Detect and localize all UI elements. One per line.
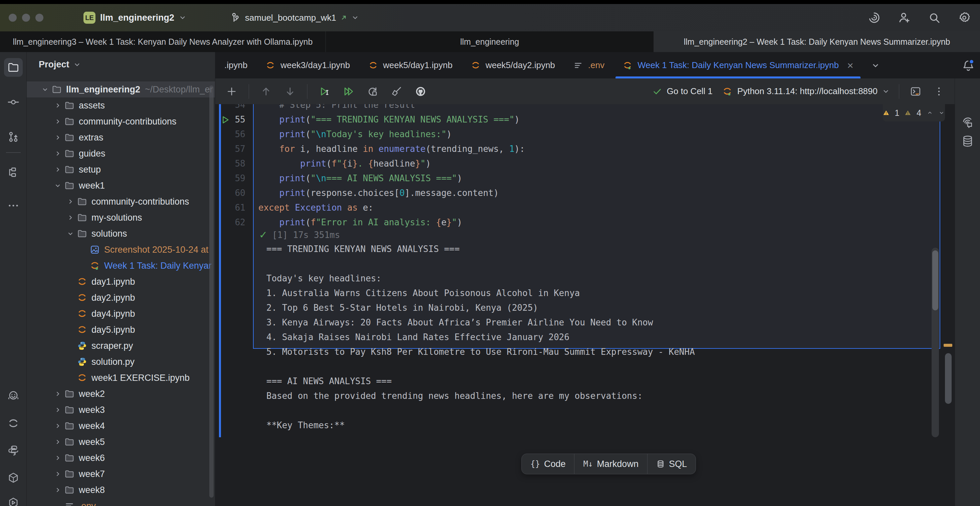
project-panel-header[interactable]: Project — [39, 59, 81, 70]
chevron-down-icon[interactable] — [64, 230, 77, 238]
chevron-down-icon[interactable] — [39, 86, 51, 94]
add-markdown-cell-button[interactable]: M↓Markdown — [574, 454, 647, 474]
editor-tab[interactable]: .ipynb — [215, 52, 256, 78]
run-all-cells-button[interactable] — [342, 84, 355, 99]
chevron-down-icon[interactable] — [51, 181, 64, 189]
tree-item-my-solutions[interactable]: my-solutions — [27, 210, 215, 226]
tree-item-day1-ipynb[interactable]: day1.ipynb — [27, 274, 215, 290]
editor-tab[interactable]: week5/day2.ipynb — [461, 52, 564, 78]
tree-item-week7[interactable]: week7 — [27, 466, 215, 482]
tree-item-week-1-task-daily-kenyar[interactable]: Week 1 Task: Daily Kenyar — [27, 258, 215, 274]
tree-item-community-contributions[interactable]: community-contributions — [27, 113, 215, 129]
tree-item-week3[interactable]: week3 — [27, 402, 215, 418]
tree-item-scraper-py[interactable]: scraper.py — [27, 338, 215, 354]
tree-item-community-contributions[interactable]: community-contributions — [27, 194, 215, 210]
chevron-right-icon[interactable] — [51, 406, 64, 414]
previous-issue-icon[interactable] — [927, 108, 933, 118]
chevron-right-icon[interactable] — [51, 454, 64, 462]
tree-item-week8[interactable]: week8 — [27, 482, 215, 498]
next-issue-icon[interactable] — [938, 108, 945, 118]
ai-assistant-icon[interactable] — [867, 11, 881, 25]
more-tools-button[interactable] — [4, 196, 23, 215]
goto-cell-widget[interactable]: Go to Cell 1 — [652, 86, 713, 97]
clear-outputs-button[interactable] — [390, 84, 404, 99]
settings-gear-icon[interactable] — [957, 11, 971, 25]
tree-item-extras[interactable]: extras — [27, 129, 215, 146]
window-tab[interactable]: llm_engineering2 – Week 1 Task: Daily Ke… — [654, 31, 980, 52]
tree-item-week2[interactable]: week2 — [27, 386, 215, 402]
window-tab[interactable]: llm_engineering3 – Week 1 Task: Kenyan D… — [0, 31, 326, 52]
window-tab[interactable]: llm_engineering — [326, 31, 654, 52]
ai-chat-tool-button[interactable] — [958, 113, 977, 132]
jupyter-console-button[interactable] — [908, 84, 923, 99]
editor-tab[interactable]: week5/day1.ipynb — [359, 52, 461, 78]
chevron-right-icon[interactable] — [51, 165, 64, 173]
chevron-right-icon[interactable] — [64, 213, 77, 222]
move-cell-down-button[interactable] — [283, 84, 297, 99]
tree-item-setup[interactable]: setup — [27, 162, 215, 178]
tree-item--env[interactable]: .env — [27, 498, 215, 506]
tree-item-assets[interactable]: assets — [27, 97, 215, 113]
project-tree-scrollbar[interactable] — [209, 86, 214, 498]
huggingface-tool-button[interactable] — [4, 387, 23, 405]
tree-item-week5[interactable]: week5 — [27, 434, 215, 450]
editor-tab[interactable]: .env — [564, 52, 614, 78]
services-tool-button[interactable] — [4, 493, 23, 506]
kernel-selector[interactable]: Python 3.11.14: http://localhost:8890 — [722, 86, 889, 97]
error-stripe-mark[interactable] — [943, 344, 952, 347]
chevron-right-icon[interactable] — [51, 486, 64, 494]
tree-item-solution-py[interactable]: solution.py — [27, 354, 215, 370]
tree-item-week4[interactable]: week4 — [27, 418, 215, 434]
add-code-cell-button[interactable]: {}Code — [522, 454, 574, 474]
tree-item-llm-engineering2[interactable]: llm_engineering2~/Desktop/llm_er — [27, 81, 215, 97]
tree-item-week1-exercise-ipynb[interactable]: week1 EXERCISE.ipynb — [27, 370, 215, 386]
restart-kernel-button[interactable] — [366, 84, 380, 99]
tree-item-guides[interactable]: guides — [27, 146, 215, 162]
tree-item-day4-ipynb[interactable]: day4.ipynb — [27, 306, 215, 322]
add-cell-button[interactable] — [224, 84, 239, 99]
chevron-right-icon[interactable] — [64, 197, 77, 205]
output-scrollbar-thumb[interactable] — [932, 250, 938, 310]
package-manager-tool-button[interactable] — [4, 469, 23, 487]
chevron-right-icon[interactable] — [51, 102, 64, 110]
chevron-right-icon[interactable] — [51, 150, 64, 158]
search-icon[interactable] — [927, 11, 941, 25]
move-cell-up-button[interactable] — [259, 84, 273, 99]
commit-tool-button[interactable] — [4, 93, 23, 111]
chevron-right-icon[interactable] — [51, 134, 64, 142]
editor-tab[interactable]: Week 1 Task: Daily Kenyan News Summarize… — [614, 52, 862, 78]
run-cell-button[interactable] — [317, 84, 331, 99]
project-widget[interactable]: LE llm_engineering2 — [83, 12, 186, 24]
tree-item-solutions[interactable]: solutions — [27, 226, 215, 242]
structure-tool-button[interactable] — [4, 163, 23, 181]
tree-item-day2-ipynb[interactable]: day2.ipynb — [27, 290, 215, 306]
tab-list-dropdown-button[interactable] — [870, 52, 881, 78]
tree-item-day5-ipynb[interactable]: day5.ipynb — [27, 322, 215, 338]
tree-item-week1[interactable]: week1 — [27, 178, 215, 194]
python-packages-tool-button[interactable] — [4, 441, 23, 460]
editor-scrollbar-thumb[interactable] — [945, 353, 951, 404]
add-sql-cell-button[interactable]: SQL — [647, 454, 695, 474]
output-scrollbar[interactable] — [932, 248, 939, 437]
chevron-right-icon[interactable] — [51, 390, 64, 398]
chevron-right-icon[interactable] — [51, 438, 64, 446]
tree-item-screenshot-2025-10-24-at[interactable]: Screenshot 2025-10-24 at — [27, 242, 215, 258]
jupyter-tool-button[interactable] — [4, 414, 23, 433]
pull-requests-tool-button[interactable] — [4, 127, 23, 146]
inspection-widget[interactable]: 1 4 — [883, 104, 945, 121]
tree-item-week6[interactable]: week6 — [27, 450, 215, 466]
database-tool-button[interactable] — [958, 132, 977, 151]
more-options-button[interactable] — [932, 84, 946, 99]
vcs-widget[interactable]: samuel_bootcamp_wk1 — [229, 12, 359, 24]
minimize-window-button[interactable] — [22, 14, 30, 22]
chevron-right-icon[interactable] — [51, 470, 64, 478]
zoom-window-button[interactable] — [35, 14, 43, 22]
project-tool-button[interactable] — [4, 58, 23, 77]
close-window-button[interactable] — [9, 14, 17, 22]
github-icon[interactable] — [414, 84, 428, 99]
chevron-right-icon[interactable] — [51, 422, 64, 430]
notifications-bell-icon[interactable] — [961, 52, 975, 78]
editor-tab[interactable]: week3/day1.ipynb — [256, 52, 359, 78]
chevron-right-icon[interactable] — [51, 118, 64, 126]
cell-code[interactable]: # Step 5: Print the result print("=== TR… — [258, 104, 525, 230]
